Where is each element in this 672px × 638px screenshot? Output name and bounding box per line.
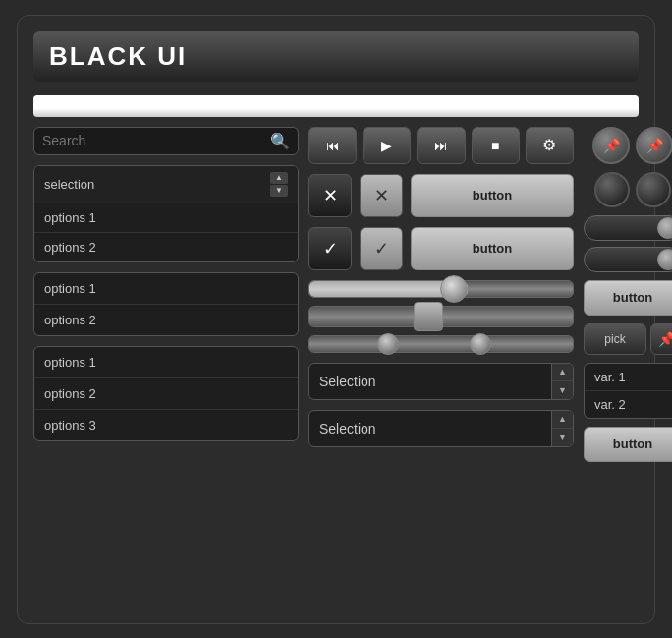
x-light-button[interactable]: ✕ bbox=[360, 174, 403, 217]
right-button-2[interactable]: button bbox=[584, 427, 672, 462]
dropdown-down-btn[interactable]: ▼ bbox=[270, 185, 288, 197]
sel-arrows-2: ▲ ▼ bbox=[551, 411, 573, 446]
dropdown-group: selection ▲ ▼ options 1 options 2 bbox=[33, 165, 299, 262]
slider-track-1[interactable] bbox=[308, 280, 574, 298]
mid-button-2[interactable]: button bbox=[411, 227, 574, 270]
search-box: 🔍 bbox=[33, 127, 299, 155]
selection-dropdown-1[interactable]: Selection ▲ ▼ bbox=[308, 363, 574, 400]
pin-button-1[interactable]: 📌 bbox=[592, 127, 630, 164]
knob-2[interactable] bbox=[636, 172, 671, 207]
sel2-up-btn[interactable]: ▲ bbox=[552, 411, 573, 430]
toggle-1[interactable] bbox=[584, 215, 672, 241]
knob-row bbox=[584, 172, 672, 207]
content-grid: 🔍 selection ▲ ▼ options 1 options 2 opti… bbox=[33, 127, 639, 608]
media-controls: ⏮ ▶ ⏭ ■ ⚙ bbox=[308, 127, 574, 164]
var-item-1[interactable]: var. 1 bbox=[585, 364, 672, 391]
toggle-row bbox=[584, 215, 672, 272]
slider-thumb-1[interactable] bbox=[440, 275, 468, 303]
list-group-1: options 1 options 2 bbox=[33, 272, 299, 336]
dropdown-up-btn[interactable]: ▲ bbox=[270, 172, 288, 184]
list1-item-1[interactable]: options 1 bbox=[34, 273, 298, 305]
sel1-down-btn[interactable]: ▼ bbox=[552, 381, 573, 399]
middle-column: ⏮ ▶ ⏭ ■ ⚙ ✕ ✕ button ✓ ✓ button bbox=[308, 127, 574, 608]
btn-row-1: ✕ ✕ button bbox=[308, 174, 574, 217]
toggle-thumb-1 bbox=[657, 217, 672, 239]
dropdown-item-2[interactable]: options 2 bbox=[34, 233, 298, 261]
sel-arrows-1: ▲ ▼ bbox=[551, 364, 573, 399]
input-bar bbox=[33, 95, 639, 117]
check-dark-button[interactable]: ✓ bbox=[308, 227, 352, 270]
pick-row: pick 📌 bbox=[584, 323, 672, 355]
sel1-up-btn[interactable]: ▲ bbox=[552, 364, 573, 382]
btn-row-2: ✓ ✓ button bbox=[308, 227, 574, 270]
mid-button-1[interactable]: button bbox=[411, 174, 574, 217]
slider-group bbox=[308, 280, 574, 353]
fast-forward-button[interactable]: ⏭ bbox=[417, 127, 465, 164]
dropdown-header[interactable]: selection ▲ ▼ bbox=[34, 166, 298, 203]
rewind-button[interactable]: ⏮ bbox=[308, 127, 357, 164]
sel2-down-btn[interactable]: ▼ bbox=[552, 429, 573, 446]
knob-1[interactable] bbox=[594, 172, 630, 207]
var-list: var. 1 var. 2 bbox=[584, 363, 672, 419]
dropdown-selected: selection bbox=[44, 177, 94, 192]
dropdown-item-1[interactable]: options 1 bbox=[34, 203, 298, 233]
left-column: 🔍 selection ▲ ▼ options 1 options 2 opti… bbox=[33, 127, 299, 608]
check-light-button[interactable]: ✓ bbox=[360, 227, 403, 270]
dropdown-arrows: ▲ ▼ bbox=[270, 172, 288, 197]
pick-button[interactable]: pick bbox=[584, 323, 646, 355]
slider-thumb-small-1[interactable] bbox=[377, 333, 399, 355]
settings-button[interactable]: ⚙ bbox=[526, 127, 574, 164]
list2-item-2[interactable]: options 2 bbox=[34, 378, 298, 410]
var-item-2[interactable]: var. 2 bbox=[585, 391, 672, 418]
stop-button[interactable]: ■ bbox=[472, 127, 520, 164]
x-dark-button[interactable]: ✕ bbox=[308, 174, 352, 217]
pick-pin-button[interactable]: 📌 bbox=[650, 323, 672, 355]
selection-dropdown-2[interactable]: Selection ▲ ▼ bbox=[308, 410, 574, 447]
title-bar: BLACK UI bbox=[33, 31, 639, 82]
play-button[interactable]: ▶ bbox=[363, 127, 411, 164]
right-button-1[interactable]: button bbox=[584, 280, 672, 316]
slider-track-2[interactable] bbox=[308, 306, 574, 327]
slider-thumb-small-2[interactable] bbox=[470, 333, 491, 355]
list2-item-1[interactable]: options 1 bbox=[34, 347, 298, 378]
right-column: 📌 📌 button pick 📌 bbox=[584, 127, 672, 608]
search-icon: 🔍 bbox=[270, 132, 290, 150]
toggle-2[interactable] bbox=[584, 247, 672, 272]
pin-row: 📌 📌 bbox=[584, 127, 672, 164]
list2-item-3[interactable]: options 3 bbox=[34, 410, 298, 440]
slider-thumb-square[interactable] bbox=[414, 302, 443, 331]
main-container: BLACK UI 🔍 selection ▲ ▼ options 1 bbox=[17, 15, 655, 624]
toggle-thumb-2 bbox=[657, 249, 672, 270]
pin-button-2[interactable]: 📌 bbox=[636, 127, 672, 164]
slider-track-3[interactable] bbox=[308, 335, 574, 353]
list1-item-2[interactable]: options 2 bbox=[34, 305, 298, 335]
app-title: BLACK UI bbox=[49, 41, 623, 72]
selection-2-label: Selection bbox=[309, 411, 551, 446]
selection-1-label: Selection bbox=[309, 364, 551, 399]
search-input[interactable] bbox=[42, 133, 264, 148]
list-group-2: options 1 options 2 options 3 bbox=[33, 346, 299, 441]
